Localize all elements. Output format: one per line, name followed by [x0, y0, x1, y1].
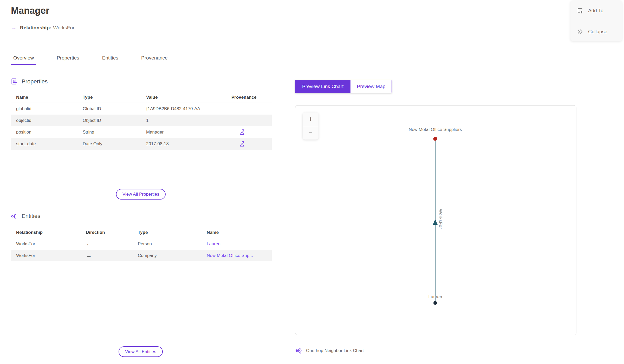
- node-label-bottom: Lauren: [428, 294, 442, 300]
- view-all-properties-button[interactable]: View All Properties: [116, 189, 166, 200]
- zoom-in-button[interactable]: +: [303, 112, 318, 126]
- table-row: WorksFor ← Person Lauren: [11, 238, 272, 250]
- collapse-label: Collapse: [588, 29, 607, 35]
- properties-icon: [11, 78, 18, 85]
- table-row: position String Manager: [11, 126, 272, 138]
- table-row: objectid Object ID 1: [11, 115, 272, 126]
- chart-caption-label: One-hop Neighbor Link Chart: [306, 348, 364, 353]
- add-to-icon: [577, 7, 584, 14]
- chart-caption: One-hop Neighbor Link Chart: [295, 347, 364, 354]
- table-row: start_date Date Only 2017-08-18: [11, 138, 272, 150]
- properties-table-body: globalid Global ID {1A9DB2B6-D482-4170-A…: [11, 103, 272, 150]
- add-to-label: Add To: [588, 8, 603, 14]
- entities-table: Relationship Direction Type Name WorksFo…: [11, 227, 272, 261]
- properties-section-header: Properties: [11, 78, 48, 85]
- entity-relationship: WorksFor: [16, 241, 86, 247]
- edge-arrow-up-icon: [433, 219, 438, 225]
- col-name: Name: [207, 230, 272, 235]
- preview-toggle: Preview Link Chart Preview Map: [295, 80, 392, 93]
- node-company[interactable]: [433, 137, 437, 141]
- prop-name: objectid: [16, 118, 83, 123]
- relationship-subtitle: → Relationship: WorksFor: [11, 25, 74, 31]
- page-title: Manager: [11, 5, 49, 16]
- properties-section-title: Properties: [22, 78, 48, 85]
- entity-type: Person: [138, 241, 207, 247]
- prop-type: String: [83, 130, 146, 135]
- entity-name-link[interactable]: Lauren: [207, 241, 272, 247]
- tab-entities[interactable]: Entities: [100, 55, 121, 65]
- entities-section-title: Entities: [22, 213, 40, 220]
- edge-label: WorksFor: [438, 209, 443, 229]
- node-label-top: New Metal Office Suppliers: [409, 127, 462, 132]
- entities-section-header: Entities: [11, 213, 40, 220]
- col-type: Type: [138, 230, 207, 235]
- direction-arrow-right-icon: →: [86, 252, 138, 259]
- prop-value: Manager: [146, 130, 231, 135]
- link-chart-icon: [295, 347, 302, 354]
- relationship-label: Relationship:: [20, 25, 51, 31]
- col-direction: Direction: [86, 230, 138, 235]
- col-value: Value: [146, 95, 231, 100]
- zoom-out-button[interactable]: −: [303, 126, 318, 140]
- prop-value: 2017-08-18: [146, 141, 231, 147]
- zoom-control: + −: [303, 112, 318, 140]
- entities-icon: [11, 213, 18, 220]
- view-all-entities-button[interactable]: View All Entities: [119, 346, 163, 357]
- table-row: globalid Global ID {1A9DB2B6-D482-4170-A…: [11, 103, 272, 115]
- table-row: WorksFor → Company New Metal Office Sup.…: [11, 250, 272, 261]
- entity-relationship: WorksFor: [16, 253, 86, 258]
- detail-tabs: Overview Properties Entities Provenance: [11, 55, 170, 65]
- add-to-button[interactable]: Add To: [577, 7, 603, 14]
- prop-type: Global ID: [83, 106, 146, 111]
- preview-map-button[interactable]: Preview Map: [350, 80, 392, 93]
- properties-table: Name Type Value Provenance globalid Glob…: [11, 92, 272, 150]
- tab-overview[interactable]: Overview: [11, 55, 36, 65]
- double-chevron-right-icon: [577, 28, 584, 35]
- prop-name: position: [16, 130, 83, 135]
- provenance-flag-icon[interactable]: [239, 129, 245, 135]
- prop-type: Date Only: [83, 141, 146, 147]
- tab-provenance[interactable]: Provenance: [139, 55, 170, 65]
- collapse-button[interactable]: Collapse: [577, 28, 607, 35]
- prop-type: Object ID: [83, 118, 146, 123]
- direction-arrow-left-icon: ←: [86, 240, 138, 247]
- properties-table-header: Name Type Value Provenance: [11, 92, 272, 103]
- tab-properties[interactable]: Properties: [54, 55, 82, 65]
- prop-provenance: [231, 129, 272, 135]
- relationship-arrow-icon: →: [11, 25, 17, 31]
- entities-table-body: WorksFor ← Person Lauren WorksFor → Comp…: [11, 238, 272, 261]
- prop-provenance: [231, 141, 272, 147]
- preview-link-chart-button[interactable]: Preview Link Chart: [295, 80, 350, 93]
- prop-value: 1: [146, 118, 231, 123]
- col-provenance: Provenance: [231, 95, 272, 100]
- node-person[interactable]: [433, 301, 437, 305]
- link-chart-panel[interactable]: + − WorksFor New Metal Office Suppliers …: [295, 105, 576, 335]
- entity-type: Company: [138, 253, 207, 258]
- entity-name-link[interactable]: New Metal Office Sup...: [207, 253, 272, 258]
- prop-name: start_date: [16, 141, 83, 147]
- prop-value: {1A9DB2B6-D482-4170-AA...: [146, 106, 231, 111]
- provenance-flag-icon[interactable]: [239, 141, 245, 147]
- col-type: Type: [83, 95, 146, 100]
- entities-table-header: Relationship Direction Type Name: [11, 227, 272, 238]
- col-name: Name: [16, 95, 83, 100]
- col-relationship: Relationship: [16, 230, 86, 235]
- relationship-value: WorksFor: [53, 25, 74, 31]
- actions-panel: Add To Collapse: [570, 1, 622, 41]
- prop-name: globalid: [16, 106, 83, 111]
- entity-detail-page: Manager → Relationship: WorksFor Add To …: [0, 0, 624, 364]
